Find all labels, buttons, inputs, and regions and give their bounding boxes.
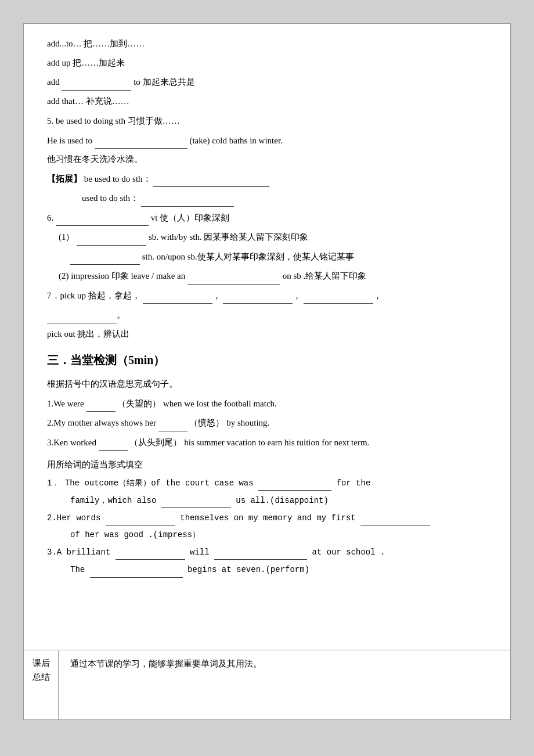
expand2-blank[interactable]: [141, 189, 234, 207]
f2-line2: of her was good .(impress）: [47, 528, 487, 542]
q2-blank[interactable]: [158, 414, 187, 431]
item6-1-blank[interactable]: [77, 228, 146, 246]
section3-intro: 根据括号中的汉语意思完成句子。: [47, 376, 487, 393]
section3-title-text: 三．当堂检测（5min）: [47, 354, 165, 366]
f3-blank2[interactable]: [214, 545, 307, 560]
f3-line2: The begins at seven.(perform): [47, 562, 487, 577]
item7-blank1[interactable]: [143, 287, 212, 304]
f3-b-text: will: [190, 548, 210, 557]
q2-hint: （愤怒）: [189, 418, 224, 427]
f3-a-text: 3.A brilliant: [47, 548, 116, 557]
item6-1-text: (1）: [59, 232, 75, 242]
footer-label: 课后 总结: [24, 650, 59, 719]
f1-line2: family，which also us all.(disappoint): [47, 493, 487, 508]
f3-e-text: begins at seven.(perform): [187, 565, 309, 574]
add-blank-suffix: to 加起来总共是: [134, 77, 194, 87]
add-blank-field[interactable]: [62, 73, 131, 91]
f2-blank1[interactable]: [106, 510, 175, 525]
section3-intro-text: 根据括号中的汉语意思完成句子。: [47, 379, 178, 388]
f1-line1: 1． The outcome（结果）of the court case was …: [47, 476, 487, 491]
f1-d-text: us all.(disappoint): [236, 496, 329, 505]
q3-suffix: his summer vacation to earn his tuition …: [184, 438, 369, 447]
item6-2-suffix: on sb .给某人留下印象: [283, 271, 367, 280]
f1-blank2[interactable]: [161, 493, 231, 508]
f3-blank3[interactable]: [90, 562, 183, 577]
item6-1b-blank[interactable]: [70, 248, 140, 265]
main-content: add...to… 把……加到…… add up 把……加起来 add to 加…: [24, 24, 510, 650]
item5-chinese-text: 他习惯在冬天洗冷水澡。: [47, 154, 143, 164]
item6-1b: sth. on/upon sb.使某人对某事印象深刻，使某人铭记某事: [47, 248, 487, 265]
expand1-blank[interactable]: [153, 170, 269, 188]
f3-d-text: The: [70, 565, 85, 574]
fill-intro: 用所给词的适当形式填空: [47, 456, 487, 473]
section3-title: 三．当堂检测（5min）: [47, 349, 487, 371]
f3-line1: 3.A brilliant will at our school .: [47, 545, 487, 560]
line-add-that: add that… 补充说……: [47, 93, 487, 110]
q2-text: 2.My mother always shows her: [47, 418, 156, 427]
q1-suffix: when we lost the football match.: [163, 399, 277, 408]
q2-line: 2.My mother always shows her （愤怒） by sho…: [47, 414, 487, 431]
f3-blank1[interactable]: [116, 545, 185, 560]
q3-blank[interactable]: [99, 434, 128, 451]
fill-intro-text: 用所给词的适当形式填空: [47, 460, 143, 469]
item5-title-text: 5. be used to doing sth 习惯于做……: [47, 116, 180, 125]
item6-2-blank[interactable]: [187, 267, 280, 285]
expand-line1: 【拓展】 be used to do sth：: [47, 170, 487, 188]
f2-line1: 2.Her words themselves on my memory and …: [47, 510, 487, 525]
expand-line2: used to do sth：: [47, 189, 487, 207]
f1-b-text: for the: [337, 478, 371, 488]
line-add-up: add up 把……加起来: [47, 55, 487, 71]
item6-2: (2) impression 印象 leave / make an on sb …: [47, 267, 487, 285]
item5-example-suffix: (take) cold baths in winter.: [189, 136, 282, 145]
item6-title: 6. vt 使（人）印象深刻: [47, 209, 487, 226]
item7-line: 7．pick up 拾起，拿起， ， ， ，: [47, 287, 487, 304]
pick-out-text: pick out 挑出，辨认出: [47, 329, 130, 339]
footer-content: 通过本节课的学习，能够掌握重要单词及其用法。: [59, 650, 510, 719]
line-add-blank-to: add to 加起来总共是: [47, 73, 487, 91]
q1-hint: （失望的）: [117, 399, 161, 408]
item5-example: He is used to (take) cold baths in winte…: [47, 132, 487, 149]
expand-label: 【拓展】: [47, 174, 82, 183]
add-that-text: add that… 补充说……: [47, 96, 129, 106]
q3-text: 3.Ken worked: [47, 438, 96, 447]
item5-chinese: 他习惯在冬天洗冷水澡。: [47, 151, 487, 168]
footer: 课后 总结 通过本节课的学习，能够掌握重要单词及其用法。: [24, 650, 510, 719]
item6-1b-suffix: sth. on/upon sb.使某人对某事印象深刻，使某人铭记某事: [142, 252, 354, 261]
f2-blank2[interactable]: [360, 510, 430, 525]
expand2-text: used to do sth：: [82, 193, 139, 203]
item6-title-text: 6.: [47, 213, 53, 222]
footer-label-text: 课后 总结: [33, 656, 50, 684]
footer-content-text: 通过本节课的学习，能够掌握重要单词及其用法。: [70, 659, 262, 668]
q3-hint: （从头到尾）: [129, 438, 182, 447]
item6-1: (1） sb. with/by sth. 因某事给某人留下深刻印象: [47, 228, 487, 246]
f1-blank1[interactable]: [258, 476, 331, 491]
expand1-text: be used to do sth：: [84, 174, 151, 183]
item6-2-text: (2) impression 印象 leave / make an: [59, 271, 185, 280]
f1-c-text: family，which also: [70, 496, 156, 505]
item6-blank[interactable]: [56, 209, 149, 226]
f1-a-text: 1． The outcome（结果）of the court case was: [47, 478, 258, 488]
line-add-to: add...to… 把……加到……: [47, 35, 487, 52]
q3-line: 3.Ken worked （从头到尾） his summer vacation …: [47, 434, 487, 451]
page: add...to… 把……加到…… add up 把……加起来 add to 加…: [23, 23, 511, 720]
item7-line2: 。: [47, 306, 487, 323]
q2-suffix: by shouting.: [226, 418, 269, 427]
q1-line: 1.We were （失望的） when we lost the footbal…: [47, 395, 487, 412]
item5-example-text: He is used to: [47, 136, 92, 145]
q1-text: 1.We were: [47, 399, 84, 408]
item5-blank[interactable]: [95, 132, 187, 149]
q1-blank[interactable]: [86, 395, 116, 412]
add-to-text: add...to… 把……加到……: [47, 39, 145, 48]
item7-text: 7．pick up 拾起，拿起，: [47, 291, 140, 300]
item7-blank2[interactable]: [223, 287, 293, 304]
item7-blank3[interactable]: [304, 287, 373, 304]
f2-a-text: 2.Her words: [47, 513, 106, 523]
f3-c-text: at our school .: [312, 548, 385, 557]
f2-b-text: themselves on my memory and my first: [180, 513, 355, 523]
f2-of-text: of her was good .(impress）: [70, 530, 200, 539]
add-blank-prefix: add: [47, 77, 60, 87]
item6-1-suffix: sb. with/by sth. 因某事给某人留下深刻印象: [149, 232, 308, 242]
item7-blank4[interactable]: [47, 306, 117, 323]
add-up-text: add up 把……加起来: [47, 58, 125, 67]
item5-title: 5. be used to doing sth 习惯于做……: [47, 113, 487, 129]
